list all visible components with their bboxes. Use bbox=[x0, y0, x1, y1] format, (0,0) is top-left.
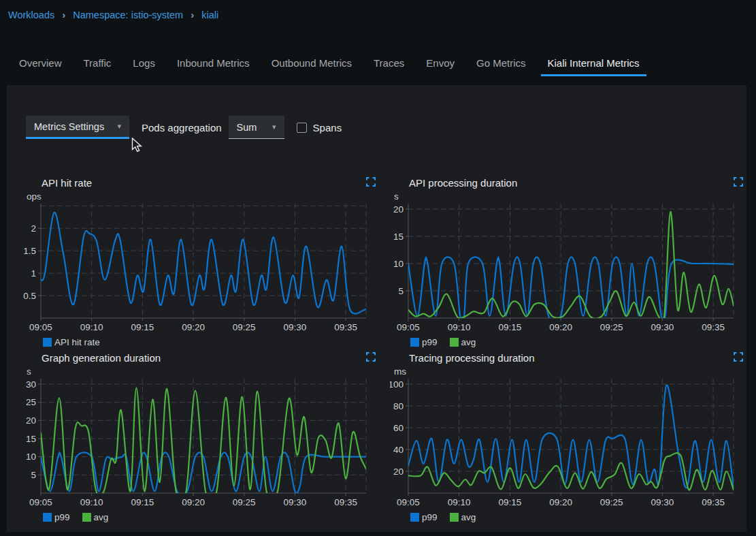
svg-text:09:15: 09:15 bbox=[498, 322, 521, 332]
svg-text:09:35: 09:35 bbox=[702, 322, 725, 332]
svg-text:2: 2 bbox=[31, 223, 36, 234]
tab-envoy[interactable]: Envoy bbox=[419, 53, 461, 76]
svg-text:40: 40 bbox=[393, 445, 404, 455]
content-panel: Metrics Settings ▾ Pods aggregation Sum … bbox=[7, 85, 746, 532]
legend-label: API hit rate bbox=[54, 337, 100, 347]
legend-swatch bbox=[410, 338, 419, 347]
svg-text:09:20: 09:20 bbox=[549, 497, 572, 507]
legend-label: p99 bbox=[54, 512, 70, 522]
chart-plot[interactable]: s510152009:0509:1009:1509:2009:2509:3009… bbox=[390, 191, 754, 334]
svg-text:09:05: 09:05 bbox=[29, 322, 52, 332]
svg-text:09:30: 09:30 bbox=[284, 497, 307, 507]
svg-text:09:30: 09:30 bbox=[651, 497, 674, 507]
chart-api-processing-duration: API processing duration s510152009:0509:… bbox=[390, 174, 754, 347]
legend-swatch bbox=[450, 513, 459, 522]
svg-text:09:30: 09:30 bbox=[651, 322, 674, 332]
chart-api-hit-rate: API hit rate ops0.511.5209:0509:1009:150… bbox=[22, 174, 387, 347]
svg-text:1: 1 bbox=[31, 268, 36, 279]
legend-item[interactable]: p99 bbox=[410, 512, 438, 522]
chart-title: API hit rate bbox=[42, 177, 92, 189]
svg-text:s: s bbox=[27, 366, 31, 377]
legend-item[interactable]: avg bbox=[82, 512, 109, 522]
metrics-settings-label: Metrics Settings bbox=[34, 121, 104, 132]
svg-text:10: 10 bbox=[26, 452, 36, 462]
chart-header: API processing duration bbox=[390, 174, 754, 191]
expand-icon[interactable] bbox=[734, 177, 743, 187]
svg-text:09:10: 09:10 bbox=[448, 497, 471, 507]
caret-down-icon: ▾ bbox=[272, 123, 276, 131]
chart-plot[interactable]: ms2040608010009:0509:1009:1509:2009:2509… bbox=[390, 366, 754, 509]
chart-title: API processing duration bbox=[409, 177, 517, 189]
svg-text:09:20: 09:20 bbox=[549, 322, 572, 332]
legend-label: avg bbox=[461, 512, 476, 522]
chart-plot[interactable]: ops0.511.5209:0509:1009:1509:2009:2509:3… bbox=[22, 191, 387, 334]
svg-text:09:25: 09:25 bbox=[600, 497, 623, 507]
expand-icon[interactable] bbox=[366, 177, 376, 187]
svg-text:5: 5 bbox=[398, 286, 404, 296]
spans-checkbox[interactable] bbox=[297, 123, 307, 133]
svg-text:09:05: 09:05 bbox=[29, 497, 52, 507]
tab-inbound-metrics[interactable]: Inbound Metrics bbox=[170, 53, 257, 76]
svg-text:ops: ops bbox=[27, 191, 42, 202]
svg-text:09:30: 09:30 bbox=[284, 322, 307, 332]
svg-text:09:10: 09:10 bbox=[448, 322, 471, 332]
breadcrumb-link-namespace[interactable]: Namespace: istio-system bbox=[73, 10, 183, 20]
expand-icon[interactable] bbox=[734, 352, 743, 362]
svg-text:15: 15 bbox=[26, 434, 36, 444]
legend-item[interactable]: p99 bbox=[410, 337, 438, 347]
svg-text:100: 100 bbox=[390, 379, 404, 390]
pods-aggregation-value: Sum bbox=[237, 122, 257, 133]
legend-item[interactable]: avg bbox=[450, 512, 476, 522]
svg-text:20: 20 bbox=[393, 467, 404, 477]
svg-text:s: s bbox=[394, 191, 399, 202]
legend-swatch bbox=[43, 338, 52, 347]
svg-text:09:35: 09:35 bbox=[334, 322, 357, 332]
breadcrumb: Workloads › Namespace: istio-system › ki… bbox=[8, 9, 218, 20]
breadcrumb-link-workloads[interactable]: Workloads bbox=[8, 10, 54, 20]
tab-outbound-metrics[interactable]: Outbound Metrics bbox=[265, 53, 359, 76]
legend-item[interactable]: p99 bbox=[43, 512, 70, 522]
chart-legend: API hit rate bbox=[43, 337, 387, 347]
expand-icon[interactable] bbox=[366, 352, 376, 362]
legend-item[interactable]: API hit rate bbox=[43, 337, 100, 347]
svg-text:20: 20 bbox=[26, 415, 36, 426]
tab-go-metrics[interactable]: Go Metrics bbox=[470, 53, 533, 76]
legend-label: p99 bbox=[422, 337, 438, 347]
svg-text:60: 60 bbox=[393, 423, 404, 433]
svg-text:80: 80 bbox=[393, 401, 404, 411]
chart-legend: p99avg bbox=[43, 512, 387, 522]
spans-checkbox-label: Spans bbox=[313, 122, 342, 133]
breadcrumb-separator-icon: › bbox=[191, 9, 194, 20]
tab-overview[interactable]: Overview bbox=[12, 53, 69, 76]
legend-swatch bbox=[410, 513, 419, 522]
metrics-settings-dropdown[interactable]: Metrics Settings ▾ bbox=[26, 116, 129, 139]
legend-label: avg bbox=[94, 512, 109, 522]
legend-item[interactable]: avg bbox=[450, 337, 476, 347]
metrics-toolbar: Metrics Settings ▾ Pods aggregation Sum … bbox=[26, 116, 342, 139]
legend-label: p99 bbox=[422, 512, 438, 522]
svg-text:09:05: 09:05 bbox=[397, 322, 420, 332]
svg-text:09:25: 09:25 bbox=[600, 322, 623, 332]
legend-label: avg bbox=[461, 337, 476, 347]
svg-text:ms: ms bbox=[394, 366, 406, 377]
svg-text:09:05: 09:05 bbox=[397, 497, 420, 507]
svg-text:09:10: 09:10 bbox=[80, 322, 103, 332]
svg-text:09:25: 09:25 bbox=[233, 497, 256, 507]
tab-traces[interactable]: Traces bbox=[367, 53, 411, 76]
tab-traffic[interactable]: Traffic bbox=[77, 53, 118, 76]
svg-text:09:15: 09:15 bbox=[131, 322, 154, 332]
svg-text:09:20: 09:20 bbox=[182, 322, 205, 332]
tab-kiali-internal-metrics[interactable]: Kiali Internal Metrics bbox=[541, 53, 646, 76]
legend-swatch bbox=[82, 513, 91, 522]
tab-logs[interactable]: Logs bbox=[126, 53, 162, 76]
chart-plot[interactable]: s5101520253009:0509:1009:1509:2009:2509:… bbox=[22, 366, 387, 509]
svg-text:5: 5 bbox=[31, 470, 36, 480]
breadcrumb-link-workload[interactable]: kiali bbox=[201, 10, 218, 20]
svg-text:09:35: 09:35 bbox=[334, 497, 357, 507]
svg-text:09:20: 09:20 bbox=[182, 497, 205, 507]
tab-bar: Overview Traffic Logs Inbound Metrics Ou… bbox=[12, 53, 655, 76]
pods-aggregation-dropdown[interactable]: Sum ▾ bbox=[229, 116, 284, 139]
chart-tracing-processing-duration: Tracing processing duration ms2040608010… bbox=[390, 349, 754, 522]
chart-title: Graph generation duration bbox=[42, 352, 161, 364]
svg-text:1.5: 1.5 bbox=[23, 246, 36, 256]
